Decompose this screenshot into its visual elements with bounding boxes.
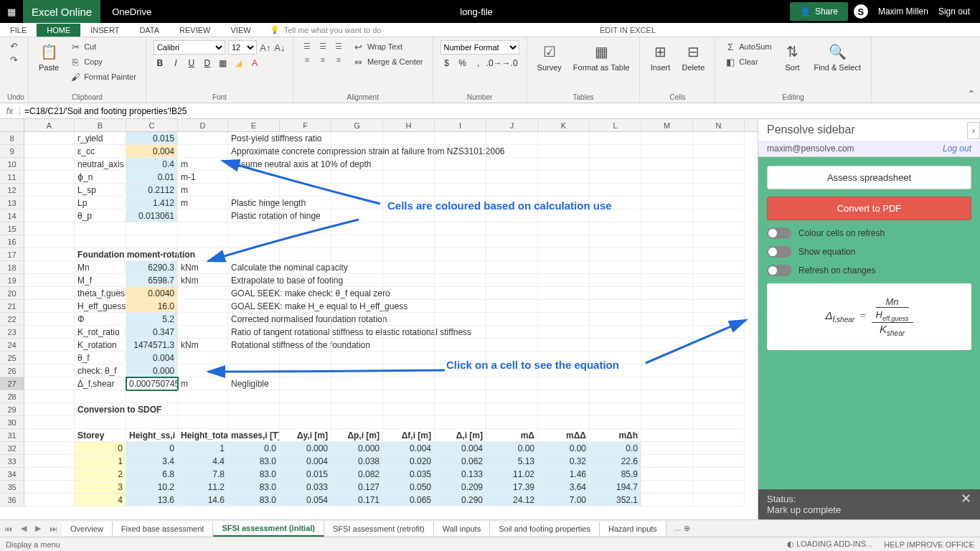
cell[interactable] [24,455,75,468]
cell[interactable] [590,300,641,313]
cell[interactable]: Foundation moment-rotation [75,248,126,261]
cell[interactable] [435,184,486,197]
cell[interactable] [693,184,745,197]
cell[interactable] [178,287,228,300]
cell[interactable] [24,494,75,507]
cell[interactable]: 0.000750745 [126,377,178,390]
cell[interactable]: Post-yield stiffness ratio [228,132,280,145]
cell[interactable]: GOAL SEEK: make check: θ_f equal zero [228,287,280,300]
row-header[interactable]: 35 [0,481,24,494]
cell[interactable] [435,209,486,222]
cell[interactable]: L_sp [75,184,126,197]
cell[interactable] [538,313,590,326]
align-bottom-icon[interactable]: ☰ [332,40,345,52]
cell[interactable] [538,261,590,274]
cell[interactable] [383,300,435,313]
cell[interactable] [693,145,745,158]
cell[interactable] [228,184,280,197]
cell[interactable] [486,158,538,171]
cell[interactable] [178,326,228,339]
cell[interactable] [178,416,228,429]
cell[interactable] [228,222,280,235]
cell[interactable]: Mn [75,261,126,274]
row-header[interactable]: 21 [0,300,24,313]
cell[interactable]: 0.347 [126,326,178,339]
col-header-N[interactable]: N [693,119,745,131]
cell[interactable] [693,222,745,235]
cell[interactable] [178,403,228,416]
col-header-B[interactable]: B [75,119,126,131]
cell[interactable]: Corrected normalised foundation rotation [228,313,280,326]
cell[interactable]: m [178,184,228,197]
cell[interactable] [280,364,331,377]
cell[interactable] [383,261,435,274]
cell[interactable] [331,326,383,339]
cell[interactable] [331,145,383,158]
cell[interactable] [280,132,331,145]
cell[interactable] [486,377,538,390]
cell[interactable]: 14.6 [178,494,228,507]
cell[interactable] [383,145,435,158]
cell[interactable] [24,481,75,494]
clear-button[interactable]: ◧Clear [722,55,773,68]
cell[interactable] [486,339,538,352]
cell[interactable]: 0.033 [280,481,331,494]
cell[interactable]: 1 [178,442,228,455]
find-button[interactable]: 🔍Find & Select [811,40,864,73]
cell[interactable] [590,248,641,261]
row-header[interactable]: 22 [0,313,24,326]
sheet-tab[interactable]: SFSI assessment (retrofit) [324,522,434,536]
cell[interactable] [383,339,435,352]
tab-insert[interactable]: INSERT [80,24,129,37]
cell[interactable] [641,339,693,352]
cell[interactable] [590,313,641,326]
cell[interactable]: H_eff_guess [75,300,126,313]
cell[interactable] [228,403,280,416]
paste-button[interactable]: 📋Paste [36,40,62,73]
comma-icon[interactable]: , [472,57,485,70]
cell[interactable] [435,171,486,184]
cell[interactable] [178,248,228,261]
cell[interactable]: 0.171 [331,494,383,507]
cell[interactable] [693,300,745,313]
cell[interactable] [641,197,693,209]
cell[interactable] [641,171,693,184]
cell[interactable]: 0.035 [383,468,435,481]
cell[interactable] [590,416,641,429]
cell[interactable]: ϕ_n [75,171,126,184]
cell[interactable] [228,364,280,377]
cell[interactable] [641,364,693,377]
cell[interactable] [383,158,435,171]
cell[interactable]: 16.0 [126,300,178,313]
decrease-decimal-icon[interactable]: →.0 [504,57,517,70]
cell[interactable]: 0 [126,442,178,455]
cell[interactable] [590,339,641,352]
cell[interactable] [383,326,435,339]
cell[interactable]: 0.000 [331,442,383,455]
cell[interactable]: Extrapolate to base of footing [228,274,280,287]
row-header[interactable]: 13 [0,197,24,209]
cell[interactable] [383,209,435,222]
cell[interactable] [24,158,75,171]
double-underline-button[interactable]: D [201,57,214,70]
cell[interactable]: 0.000 [280,442,331,455]
cell[interactable]: Height_total,i [178,429,228,442]
cell[interactable] [178,132,228,145]
cell[interactable] [383,235,435,248]
breadcrumb-location[interactable]: OneDrive [100,6,163,17]
cell[interactable] [590,209,641,222]
cell[interactable]: 0.0040 [126,287,178,300]
cell[interactable]: 11.02 [486,468,538,481]
cell[interactable] [75,222,126,235]
cell[interactable]: 0.020 [383,455,435,468]
cell[interactable] [590,222,641,235]
cell[interactable] [641,455,693,468]
cell[interactable]: 85.9 [590,468,641,481]
add-sheet-button[interactable]: … ⊕ [666,524,697,533]
cell[interactable]: Storey [75,429,126,442]
cell[interactable]: 83.0 [228,494,280,507]
row-header[interactable]: 16 [0,235,24,248]
cell[interactable] [24,390,75,403]
cell[interactable]: 3.4 [126,455,178,468]
cell[interactable] [693,481,745,494]
